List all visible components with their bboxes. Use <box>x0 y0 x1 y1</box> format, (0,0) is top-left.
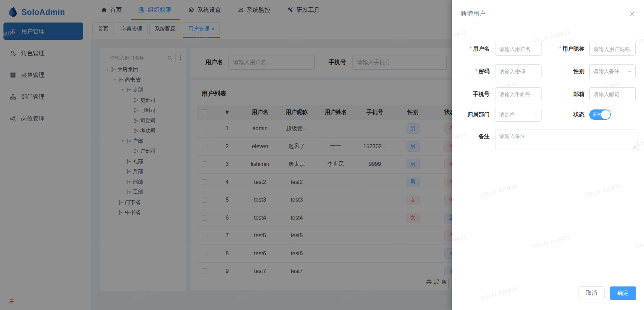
nickname-field <box>589 42 636 56</box>
gender-label: 性别 <box>535 64 584 78</box>
confirm-button[interactable]: 确定 <box>610 286 636 300</box>
password-field <box>495 64 542 78</box>
cancel-button[interactable]: 取消 <box>579 286 605 300</box>
password-input[interactable] <box>495 65 541 78</box>
status-label: 状态 <box>535 108 584 122</box>
phone-input[interactable] <box>495 88 541 101</box>
drawer-footer: 取消 确定 <box>452 286 644 310</box>
screen: SoloAdmin 用户管理角色管理菜单管理部门管理岗位管理 首页组织权限系统设… <box>0 0 644 310</box>
add-user-drawer: SOLO ADMINSOLO ADMINSOLO ADMINSOLO ADMIN… <box>452 0 644 310</box>
nickname-label: *用户昵称 <box>535 42 584 56</box>
chevron-down-icon <box>628 69 633 74</box>
gender-select[interactable]: 请输入备注 <box>589 64 636 78</box>
department-label: 归属部门 <box>452 108 490 122</box>
email-label: 邮箱 <box>535 87 584 101</box>
password-label: *密码 <box>452 64 490 78</box>
remark-textarea[interactable] <box>495 130 637 150</box>
email-field <box>589 87 636 101</box>
phone-field <box>495 87 542 101</box>
nickname-input[interactable] <box>590 42 635 55</box>
status-toggle[interactable]: 正常 <box>589 109 611 120</box>
username-field <box>495 42 542 56</box>
add-user-form: *用户名 *用户昵称 *密码 性别 请输入备注 <box>452 0 644 310</box>
username-input[interactable] <box>495 42 541 55</box>
username-label: *用户名 <box>452 42 490 56</box>
remark-field <box>495 130 637 150</box>
email-input[interactable] <box>590 88 635 101</box>
toggle-knob <box>601 110 610 119</box>
resize-grip-icon[interactable] <box>633 145 636 149</box>
phone-label: 手机号 <box>452 87 490 101</box>
department-select[interactable]: 请选择... <box>495 108 542 122</box>
remark-label: 备注 <box>452 130 490 143</box>
